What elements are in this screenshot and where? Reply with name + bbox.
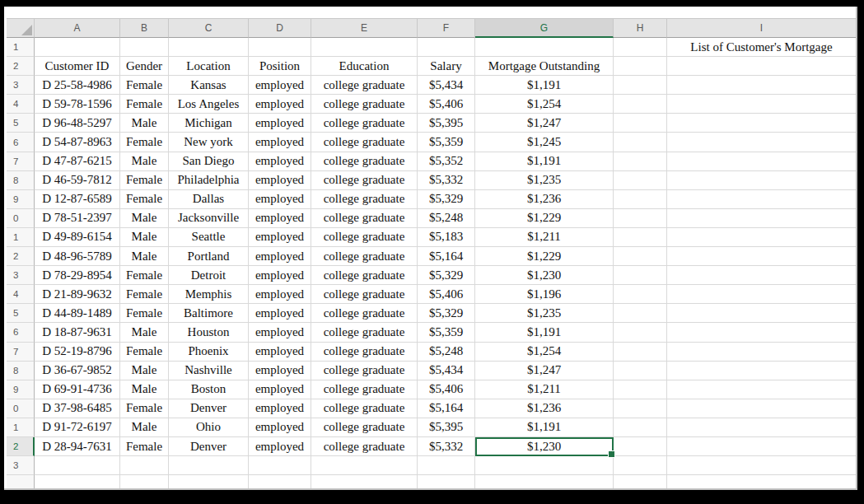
cell-B1[interactable] [120,38,169,57]
cell-D11[interactable]: employed [249,228,311,247]
row-header-21[interactable]: 1 [7,418,35,437]
cell-I20[interactable] [667,399,857,418]
row-header-23[interactable]: 3 [7,456,35,475]
cell-F19[interactable]: $5,406 [418,380,475,399]
cell-G24[interactable] [475,475,614,490]
cell-I13[interactable] [667,266,857,285]
row-header-10[interactable]: 0 [7,209,35,228]
cell-G11[interactable]: $1,211 [475,228,614,247]
cell-E11[interactable]: college graduate [311,228,418,247]
cell-B24[interactable] [120,475,169,490]
cell-H22[interactable] [614,437,667,456]
cell-D4[interactable]: employed [249,95,311,114]
cell-H11[interactable] [614,228,667,247]
cell-C2[interactable]: Location [169,57,249,76]
cell-G1[interactable] [475,38,614,57]
cell-B4[interactable]: Female [120,95,169,114]
cell-E17[interactable]: college graduate [311,343,418,362]
cell-H2[interactable] [614,57,667,76]
cell-G22[interactable]: $1,230 [475,437,614,456]
cell-F20[interactable]: $5,164 [418,399,475,418]
cell-B5[interactable]: Male [120,114,169,133]
column-header-C[interactable]: C [169,18,249,38]
row-header-16[interactable]: 6 [7,323,35,342]
cell-H14[interactable] [614,285,667,304]
cell-A11[interactable]: D 49-89-6154 [35,228,120,247]
cell-G15[interactable]: $1,235 [475,304,614,323]
cell-H16[interactable] [614,323,667,342]
cell-F2[interactable]: Salary [418,57,475,76]
cell-H19[interactable] [614,380,667,399]
cell-C10[interactable]: Jacksonville [169,209,249,228]
cell-D21[interactable]: employed [249,418,311,437]
cell-G3[interactable]: $1,191 [475,76,614,95]
cell-H18[interactable] [614,362,667,380]
cell-E22[interactable]: college graduate [311,437,418,456]
cell-A24[interactable] [35,475,120,490]
cell-A19[interactable]: D 69-91-4736 [35,380,120,399]
cell-C24[interactable] [169,475,249,490]
cell-A9[interactable]: D 12-87-6589 [35,190,120,209]
cell-E8[interactable]: college graduate [311,171,418,190]
cell-F5[interactable]: $5,395 [418,114,475,133]
cell-H8[interactable] [614,171,667,190]
cell-B8[interactable]: Female [120,171,169,190]
cell-C9[interactable]: Dallas [169,190,249,209]
cell-C19[interactable]: Boston [169,380,249,399]
cell-I23[interactable] [667,456,857,475]
cell-F11[interactable]: $5,183 [418,228,475,247]
cell-D19[interactable]: employed [249,380,311,399]
cell-A4[interactable]: D 59-78-1596 [35,95,120,114]
cell-H6[interactable] [614,133,667,152]
cell-A3[interactable]: D 25-58-4986 [35,76,120,95]
cell-D7[interactable]: employed [249,152,311,171]
row-header-2[interactable]: 2 [7,57,35,76]
column-header-D[interactable]: D [249,18,311,38]
row-header-19[interactable]: 9 [7,380,35,399]
cell-A1[interactable] [35,38,120,57]
cell-A6[interactable]: D 54-87-8963 [35,133,120,152]
cell-I4[interactable] [667,95,857,114]
cell-B6[interactable]: Female [120,133,169,152]
cell-C18[interactable]: Nashville [169,362,249,380]
cell-A22[interactable]: D 28-94-7631 [35,437,120,456]
cell-E24[interactable] [311,475,418,490]
cell-B11[interactable]: Male [120,228,169,247]
cell-E21[interactable]: college graduate [311,418,418,437]
cell-C7[interactable]: San Diego [169,152,249,171]
cell-D13[interactable]: employed [249,266,311,285]
cell-C12[interactable]: Portland [169,247,249,266]
cell-H7[interactable] [614,152,667,171]
cell-D10[interactable]: employed [249,209,311,228]
column-header-G[interactable]: G [475,18,614,38]
cell-C16[interactable]: Houston [169,323,249,342]
cell-A8[interactable]: D 46-59-7812 [35,171,120,190]
cell-I21[interactable] [667,418,857,437]
cell-I6[interactable] [667,133,857,152]
cell-C5[interactable]: Michigan [169,114,249,133]
cell-I9[interactable] [667,190,857,209]
cell-A12[interactable]: D 48-96-5789 [35,247,120,266]
cell-B14[interactable]: Female [120,285,169,304]
cell-H21[interactable] [614,418,667,437]
cell-I12[interactable] [667,247,857,266]
cell-F1[interactable] [418,38,475,57]
cell-G14[interactable]: $1,196 [475,285,614,304]
cell-D2[interactable]: Position [249,57,311,76]
cell-C13[interactable]: Detroit [169,266,249,285]
cell-C17[interactable]: Phoenix [169,343,249,362]
row-header-9[interactable]: 9 [7,190,35,209]
cell-F10[interactable]: $5,248 [418,209,475,228]
cell-F6[interactable]: $5,359 [418,133,475,152]
cell-E4[interactable]: college graduate [311,95,418,114]
cell-E16[interactable]: college graduate [311,323,418,342]
cell-I11[interactable] [667,228,857,247]
select-all-corner[interactable] [7,18,35,38]
cell-C20[interactable]: Denver [169,399,249,418]
cell-H5[interactable] [614,114,667,133]
cell-B3[interactable]: Female [120,76,169,95]
row-header-22[interactable]: 2 [7,437,35,456]
row-header-1[interactable]: 1 [7,38,35,57]
cell-D24[interactable] [249,475,311,490]
row-header-3[interactable]: 3 [7,76,35,95]
